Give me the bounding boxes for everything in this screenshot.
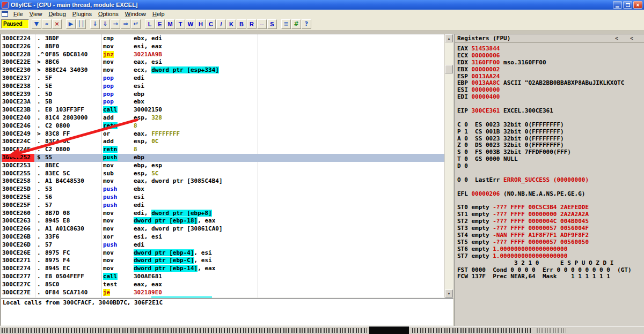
disasm-row[interactable]: 300CE258.A1 B4C48530moveax, dword ptr [3… (1, 177, 444, 185)
disasm-row[interactable]: 300CE26D.57pushedi (1, 241, 444, 249)
disasm-row[interactable]: 300CE230>8B8C24 34030movecx, dword ptr [… (1, 66, 444, 75)
window-memory-button[interactable]: M (165, 19, 175, 29)
disasm-row[interactable]: 300CE249>83C8 FForeax, FFFFFFFF (1, 130, 444, 138)
help-button[interactable]: ? (302, 19, 311, 29)
disasm-bytes: 5D (45, 91, 52, 99)
disasm-row[interactable]: 300CE228.^0F85 6DC8140jnz3021AA9B (1, 51, 444, 59)
register-line[interactable]: EIP 300CE361 EXCEL.300CE361 (457, 108, 644, 115)
window-cpu-button[interactable]: C (206, 19, 216, 29)
disasm-row[interactable]: 300CE271.8975 F4movdword ptr [ebp-C], es… (1, 257, 444, 265)
disasm-bytes: C2 0800 (45, 146, 70, 154)
disasm-row[interactable]: 300CE284.8B4D 0Cmovecx, dword ptr [ebp+C… (1, 296, 444, 298)
disasm-row[interactable]: 300CE246.C2 0800retn8 (1, 122, 444, 130)
register-line[interactable]: EDI 00000400 (457, 94, 644, 101)
window-executables-button[interactable]: E (155, 19, 165, 29)
disasm-row[interactable]: 300CE26B.33F6xoresi, esi (1, 233, 444, 241)
disasm-row[interactable]: 300CE240.81C4 2803000addesp, 328 (1, 114, 444, 122)
menu-plugins[interactable]: Plugins (69, 11, 95, 17)
scroll-thumb[interactable] (445, 65, 453, 73)
window-log-button[interactable]: L (145, 19, 155, 29)
window-source-button[interactable]: S (267, 19, 277, 29)
disasm-command: movecx, dword ptr [esp+334] (103, 66, 219, 75)
disasm-row[interactable]: 300CE23A.5Bpopebx (1, 98, 444, 106)
minimize-button[interactable] (613, 1, 622, 9)
disasm-row[interactable]: 300CE24F.C2 0800retn8 (1, 146, 444, 154)
run-button[interactable]: ▶ (66, 19, 76, 29)
disasm-row[interactable]: 300CE255.83EC 5Csubesp, 5C (1, 170, 444, 178)
disasm-row[interactable]: 300CE22E>8BC6moveax, esi (1, 58, 444, 66)
disasm-row[interactable]: 300CE27E.0F84 5CA7140je302189E0 (1, 289, 444, 297)
disasm-row[interactable]: 300CE226.8BF0movesi, eax (1, 43, 444, 51)
animate-into-button[interactable]: → (111, 19, 120, 29)
window-patches-button[interactable]: / (216, 19, 226, 29)
window-references-button[interactable]: R (247, 19, 257, 29)
disasm-row[interactable]: 300CE26E.8975 FCmovdword ptr [ebp-4], es… (1, 249, 444, 257)
registers-header: Registers (FPU) << (455, 34, 644, 43)
run-to-return-button[interactable]: ↵ (131, 19, 141, 29)
animate-over-button[interactable]: ⇒ (121, 19, 130, 29)
disasm-row[interactable]: 300CE237.5Fpopedi (1, 75, 444, 83)
disasm-command: movebp, esp (103, 162, 162, 170)
register-line[interactable]: D 0 (457, 163, 644, 170)
registers-view-button[interactable]: < (630, 35, 633, 42)
disasm-address: 300CE274 (2, 265, 34, 273)
disasm-row[interactable]: 300CE260.8B7D 08movedi, dword ptr [ebp+8… (1, 210, 444, 218)
disasm-row[interactable]: 300CE253.8BECmovebp, esp (1, 162, 444, 170)
maximize-button[interactable] (623, 1, 632, 9)
disasm-command: subesp, 5C (103, 170, 158, 178)
window-call-stack-button[interactable]: K (226, 19, 236, 29)
register-line[interactable]: T 0 GS 0000 NULL (457, 156, 644, 163)
scroll-up-button[interactable]: ▲ (445, 34, 453, 42)
disasm-row[interactable]: 300CE25D.53pushebx (1, 185, 444, 194)
restart-button[interactable]: « (42, 19, 52, 29)
disasm-row[interactable]: 300CE25F.57pushedi (1, 202, 444, 210)
disasm-row[interactable]: 300CE27C.85C0testeax, eax (1, 281, 444, 289)
disasm-bytes: 8BF0 (45, 43, 60, 51)
pause-button[interactable]: ││ (76, 19, 86, 29)
menu-window[interactable]: Window (122, 11, 149, 17)
menu-view[interactable]: View (26, 11, 46, 17)
close-button[interactable]: × (633, 1, 642, 9)
disasm-bytes: 83C4 0C (45, 138, 70, 146)
window-handles-button[interactable]: H (196, 19, 206, 29)
disasm-row[interactable]: 300CE274.8945 ECmovdword ptr [ebp-14], e… (1, 265, 444, 273)
register-line[interactable]: EFL 00000206 (NO,NB,NE,A,NS,PE,GE,G) (457, 191, 644, 198)
disasm-row[interactable]: 300CE252$55pushebp (1, 154, 444, 162)
menu-file[interactable]: File (10, 11, 26, 17)
disasm-row[interactable]: 300CE239.5Dpopebp (1, 91, 444, 99)
menu-debug[interactable]: Debug (45, 11, 69, 17)
scroll-down-button[interactable]: ▼ (445, 290, 453, 298)
register-line[interactable]: O 0 LastErr ERROR_SUCCESS (00000000) (457, 177, 644, 184)
disasm-row[interactable]: 300CE277.E8 0504FEFFcall300AE681 (1, 273, 444, 281)
appearance-button[interactable]: # (291, 19, 301, 29)
window-threads-button[interactable]: T (175, 19, 185, 29)
disasm-bytes: 56 (45, 194, 52, 202)
windows-list-button[interactable]: ≡ (281, 19, 291, 29)
cpu-window-icon[interactable] (2, 11, 8, 17)
disasm-command: testeax, eax (103, 281, 162, 289)
info-pane[interactable]: Local calls from 300CFACF, 3040BD7C, 306… (1, 298, 453, 326)
window-run-trace-button[interactable]: ... (257, 19, 267, 29)
step-over-button[interactable]: ⇓ (100, 19, 110, 29)
registers-view-button[interactable]: < (615, 35, 618, 42)
disasm-address: 300CE228 (2, 51, 34, 59)
close-program-button[interactable]: × (52, 19, 62, 29)
menu-options[interactable]: Options (95, 11, 122, 17)
disasm-command: moveax, dword ptr [3085C4B4] (103, 177, 223, 185)
window-windows-button[interactable]: W (186, 19, 195, 29)
open-button[interactable]: ▼ (32, 19, 41, 29)
window-breakpoints-button[interactable]: B (237, 19, 246, 29)
register-line[interactable]: FCW 137F Prec NEAR,64 Mask 1 1 1 1 1 1 (457, 273, 644, 280)
disasm-row[interactable]: 300CE25E.56pushesi (1, 194, 444, 202)
disasm-bytes: 8BEC (45, 162, 60, 170)
disasm-address: 300CE25F (2, 202, 34, 210)
disasm-row[interactable]: 300CE238.5Epopesi (1, 83, 444, 91)
disasm-row[interactable]: 300CE266.A1 A01C8630moveax, dword ptr [3… (1, 225, 444, 233)
step-into-button[interactable]: ↓ (90, 19, 100, 29)
disasm-row[interactable]: 300CE23B.E8 103FF3FFcall30002150 (1, 106, 444, 114)
disasm-row[interactable]: 300CE224.3BDFcmpebx, edi (1, 35, 444, 43)
menu-help[interactable]: Help (149, 11, 168, 17)
disasm-row[interactable]: 300CE24C.83C4 0Caddesp, 0C (1, 138, 444, 146)
disasm-row[interactable]: 300CE263.8945 E8movdword ptr [ebp-18], e… (1, 217, 444, 225)
app-icon[interactable] (2, 2, 9, 9)
